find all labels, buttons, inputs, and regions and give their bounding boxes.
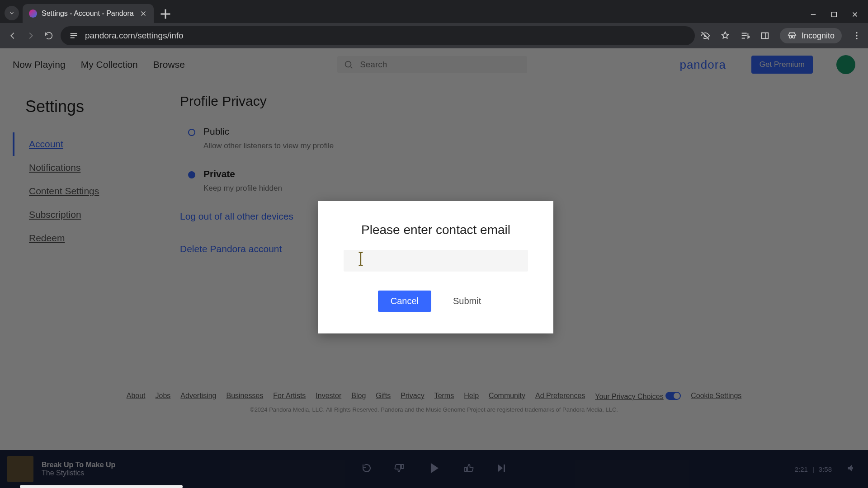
media-control-icon[interactable] xyxy=(740,31,750,41)
page-viewport: Now Playing My Collection Browse pandora… xyxy=(0,48,868,488)
browser-tab[interactable]: Settings - Account - Pandora xyxy=(23,4,154,23)
svg-rect-0 xyxy=(832,12,837,17)
svg-rect-1 xyxy=(762,33,769,39)
tab-title: Settings - Account - Pandora xyxy=(42,9,135,18)
kebab-menu-icon[interactable] xyxy=(852,31,862,41)
dialog-title: Please enter contact email xyxy=(344,223,528,237)
address-bar[interactable]: pandora.com/settings/info xyxy=(61,26,695,45)
incognito-label: Incognito xyxy=(802,31,835,41)
side-panel-icon[interactable] xyxy=(760,31,770,41)
svg-point-2 xyxy=(856,32,857,33)
maximize-icon[interactable] xyxy=(830,10,838,19)
submit-button[interactable]: Submit xyxy=(440,291,494,312)
forward-button[interactable] xyxy=(24,31,37,41)
taskbar-preview xyxy=(20,485,183,488)
contact-email-dialog: Please enter contact email Cancel Submit xyxy=(318,201,553,333)
window-controls xyxy=(809,10,863,19)
incognito-icon xyxy=(787,31,797,41)
browser-tab-strip: Settings - Account - Pandora xyxy=(0,0,868,23)
url-text: pandora.com/settings/info xyxy=(85,31,184,41)
bookmark-star-icon[interactable] xyxy=(720,31,730,41)
new-tab-button[interactable] xyxy=(157,6,174,22)
close-window-icon[interactable] xyxy=(851,10,859,19)
tab-favicon xyxy=(29,9,37,18)
svg-point-3 xyxy=(856,35,857,36)
incognito-badge[interactable]: Incognito xyxy=(780,28,842,43)
contact-email-input[interactable] xyxy=(344,250,528,272)
cancel-button[interactable]: Cancel xyxy=(378,291,431,312)
plus-icon xyxy=(157,6,174,22)
chevron-down-icon xyxy=(9,10,15,16)
reload-button[interactable] xyxy=(42,31,55,41)
eye-off-icon[interactable] xyxy=(700,31,710,41)
close-icon[interactable] xyxy=(139,9,147,18)
site-settings-icon[interactable] xyxy=(69,31,79,41)
back-button[interactable] xyxy=(6,31,19,41)
browser-toolbar: pandora.com/settings/info Incognito xyxy=(0,23,868,48)
svg-point-4 xyxy=(856,38,857,39)
tab-search-button[interactable] xyxy=(5,6,19,20)
minimize-icon[interactable] xyxy=(809,10,817,19)
